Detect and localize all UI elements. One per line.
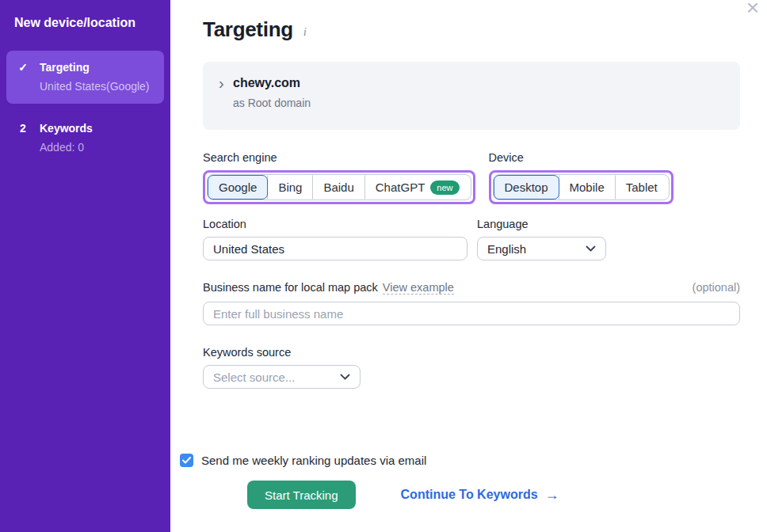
search-engine-highlight: Google Bing Baidu ChatGPT new xyxy=(203,170,475,204)
continue-to-keywords-link[interactable]: Continue To Keywords → xyxy=(401,487,559,504)
option-label: Baidu xyxy=(323,180,353,194)
step-number: 2 xyxy=(6,121,40,136)
option-label: Mobile xyxy=(570,180,605,194)
domain-name: chewy.com xyxy=(233,76,300,90)
sidebar-step-targeting[interactable]: ✓ Targeting United States(Google) xyxy=(6,51,164,104)
chevron-down-icon xyxy=(340,374,350,380)
step-label-targeting: Targeting xyxy=(40,60,158,75)
device-option-desktop[interactable]: Desktop xyxy=(494,175,559,200)
new-badge: new xyxy=(430,180,459,195)
domain-scope: as Root domain xyxy=(233,97,724,109)
page-title: Targeting xyxy=(203,17,293,42)
device-highlight: Desktop Mobile Tablet xyxy=(489,170,674,204)
step-sublabel-keywords: Added: 0 xyxy=(40,140,158,155)
arrow-right-icon: → xyxy=(545,487,559,504)
search-engine-segmented-control: Google Bing Baidu ChatGPT new xyxy=(207,174,471,200)
location-label: Location xyxy=(203,218,467,230)
domain-expander[interactable]: › chewy.com xyxy=(219,76,724,90)
start-tracking-button[interactable]: Start Tracking xyxy=(247,481,356,509)
keywords-source-placeholder: Select source... xyxy=(213,370,340,384)
check-icon xyxy=(182,457,191,464)
search-engine-option-bing[interactable]: Bing xyxy=(267,175,313,200)
view-example-link[interactable]: View example xyxy=(383,281,454,294)
business-name-input[interactable] xyxy=(203,302,740,325)
device-group: Device Desktop Mobile Tablet xyxy=(489,151,674,204)
email-updates-checkbox[interactable] xyxy=(180,454,193,467)
keywords-source-label: Keywords source xyxy=(203,346,740,359)
check-icon: ✓ xyxy=(6,60,40,75)
location-input[interactable] xyxy=(203,237,467,260)
option-label: Tablet xyxy=(626,180,658,194)
chevron-right-icon: › xyxy=(219,77,233,89)
keywords-source-select[interactable]: Select source... xyxy=(203,365,361,389)
option-label: Bing xyxy=(278,180,302,194)
search-engine-group: Search engine Google Bing Baidu ChatGPT … xyxy=(203,151,475,204)
close-icon[interactable]: × xyxy=(743,0,762,21)
optional-hint: (optional) xyxy=(693,281,740,294)
step-label-keywords: Keywords xyxy=(40,121,158,136)
email-updates-label: Send me weekly ranking updates via email xyxy=(201,454,426,467)
sidebar-title: New device/location xyxy=(0,16,170,30)
search-engine-option-chatgpt[interactable]: ChatGPT new xyxy=(364,175,471,200)
search-engine-option-baidu[interactable]: Baidu xyxy=(312,175,364,200)
targeting-panel: × Targeting i › chewy.com as Root domain… xyxy=(170,0,767,532)
business-name-label: Business name for local map pack xyxy=(203,281,378,294)
continue-link-label: Continue To Keywords xyxy=(401,488,538,502)
info-icon[interactable]: i xyxy=(303,25,307,39)
domain-card: › chewy.com as Root domain xyxy=(203,62,740,130)
device-option-mobile[interactable]: Mobile xyxy=(559,175,616,200)
language-value: English xyxy=(487,242,586,256)
language-select[interactable]: English xyxy=(477,237,606,260)
option-label: Google xyxy=(219,180,257,194)
option-label: Desktop xyxy=(505,180,548,194)
wizard-sidebar: New device/location ✓ Targeting United S… xyxy=(0,0,170,532)
chevron-down-icon xyxy=(586,245,596,252)
search-engine-label: Search engine xyxy=(203,151,475,164)
step-sublabel-targeting: United States(Google) xyxy=(40,79,158,94)
device-option-tablet[interactable]: Tablet xyxy=(615,175,669,200)
language-label: Language xyxy=(477,218,606,230)
sidebar-step-keywords[interactable]: 2 Keywords Added: 0 xyxy=(6,112,164,165)
option-label: ChatGPT xyxy=(376,180,425,194)
search-engine-option-google[interactable]: Google xyxy=(208,175,268,200)
device-label: Device xyxy=(489,151,674,164)
device-segmented-control: Desktop Mobile Tablet xyxy=(493,174,670,200)
